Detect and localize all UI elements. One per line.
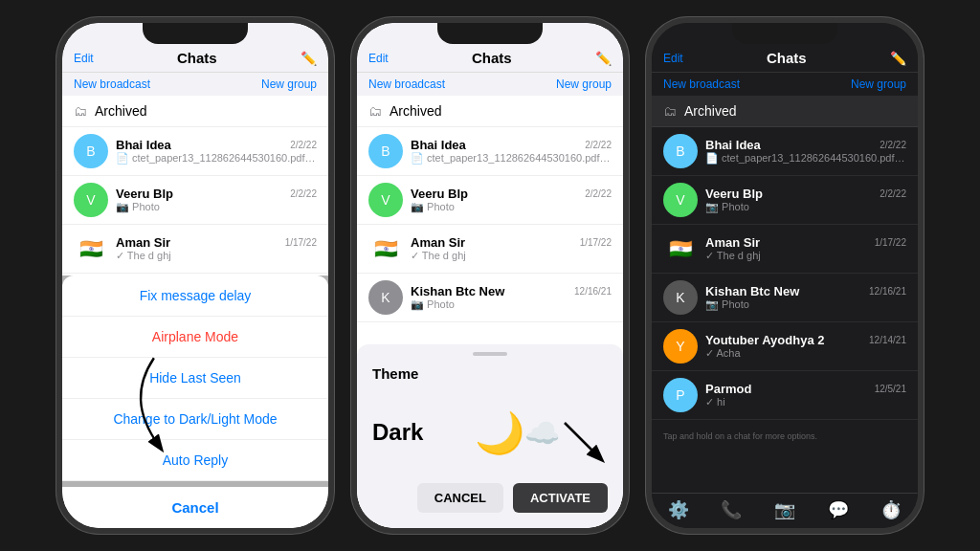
chat-item-3-2[interactable]: 🇮🇳 Aman Sir 1/17/22 ✓ The d ghj xyxy=(652,225,918,274)
action-dark-light-mode[interactable]: Change to Dark/Light Mode xyxy=(62,399,328,440)
chat-name-3-2: Aman Sir xyxy=(705,235,760,250)
avatar-2-2: 🇮🇳 xyxy=(368,231,403,266)
new-group-3[interactable]: New group xyxy=(851,77,906,91)
chat-item-1-0[interactable]: B Bhai Idea 2/2/22 📄 ctet_paper13_112862… xyxy=(62,127,328,176)
compose-icon-1[interactable]: ✏️ xyxy=(301,51,317,66)
edit-button-1[interactable]: Edit xyxy=(74,52,94,65)
phone-3: Edit Chats ✏️ New broadcast New group 🗂 … xyxy=(646,17,924,534)
action-hide-last-seen[interactable]: Hide Last Seen xyxy=(62,358,328,399)
chat-date-3-2: 1/17/22 xyxy=(875,237,906,248)
bottom-bar-3: ⚙️ 📞 📷 💬 ⏱️ xyxy=(652,493,918,528)
chat-name-1-0: Bhai Idea xyxy=(116,138,171,152)
archived-row-3[interactable]: 🗂 Archived xyxy=(652,96,918,127)
title-2: Chats xyxy=(389,50,595,66)
chat-info-3-3: Kishan Btc New 12/16/21 📷 Photo xyxy=(705,284,906,311)
archived-label-3: Archived xyxy=(684,103,736,119)
phone-3-screen: Edit Chats ✏️ New broadcast New group 🗂 … xyxy=(652,23,918,528)
chat-item-2-2[interactable]: 🇮🇳 Aman Sir 1/17/22 ✓ The d ghj xyxy=(357,225,623,274)
theme-content: Dark 🌙 ☁️ xyxy=(357,389,623,475)
new-group-1[interactable]: New group xyxy=(261,77,317,91)
theme-cancel-button[interactable]: CANCEL xyxy=(417,483,503,513)
chat-item-2-3[interactable]: K Kishan Btc New 12/16/21 📷 Photo xyxy=(357,274,623,322)
calls-icon[interactable]: 📞 xyxy=(721,499,742,520)
new-broadcast-3[interactable]: New broadcast xyxy=(663,77,740,91)
chat-name-2-3: Kishan Btc New xyxy=(411,284,504,298)
avatar-3-5: P xyxy=(663,378,698,412)
archived-label-1: Archived xyxy=(95,103,146,119)
chat-name-3-4: Youtuber Ayodhya 2 xyxy=(705,333,824,347)
chat-preview-2-2: ✓ The d ghj xyxy=(411,250,612,262)
chat-list-3: B Bhai Idea 2/2/22 📄 ctet_paper13_112862… xyxy=(652,127,918,528)
chat-preview-2-1: 📷 Photo xyxy=(411,201,612,213)
chat-info-3-4: Youtuber Ayodhya 2 12/14/21 ✓ Acha xyxy=(705,333,906,360)
archive-icon-2: 🗂 xyxy=(368,103,382,119)
archived-row-2[interactable]: 🗂 Archived xyxy=(357,96,623,127)
chat-date-2-2: 1/17/22 xyxy=(580,237,612,248)
edit-button-2[interactable]: Edit xyxy=(368,52,389,65)
new-broadcast-1[interactable]: New broadcast xyxy=(74,77,150,91)
status-icon[interactable]: ⏱️ xyxy=(880,499,902,520)
new-group-2[interactable]: New group xyxy=(556,77,612,91)
theme-label: Dark xyxy=(372,419,423,446)
chat-info-2-3: Kishan Btc New 12/16/21 📷 Photo xyxy=(411,284,612,311)
chat-item-1-2[interactable]: 🇮🇳 Aman Sir 1/17/22 ✓ The d ghj xyxy=(62,225,328,274)
action-sheet-1: Fix message delay Airplane Mode Hide Las… xyxy=(62,276,328,528)
chat-item-3-4[interactable]: Y Youtuber Ayodhya 2 12/14/21 ✓ Acha xyxy=(652,322,918,371)
chat-date-3-4: 12/14/21 xyxy=(869,335,906,345)
archived-label-2: Archived xyxy=(390,103,441,119)
archived-row-1[interactable]: 🗂 Archived xyxy=(62,96,328,127)
theme-dialog-handle: Theme Dark 🌙 ☁️ xyxy=(357,344,623,528)
chat-name-3-1: Veeru Blp xyxy=(705,187,763,201)
chat-item-3-3[interactable]: K Kishan Btc New 12/16/21 📷 Photo xyxy=(652,274,918,322)
footer-hint: Tap and hold on a chat for more options. xyxy=(652,420,918,449)
title-3: Chats xyxy=(683,50,890,66)
archive-icon-3: 🗂 xyxy=(663,103,677,119)
chat-preview-1-0: 📄 ctet_paper13_112862644530160.pdf (1 pa… xyxy=(116,152,317,165)
theme-activate-button[interactable]: ACTIVATE xyxy=(513,483,608,513)
chat-date-2-3: 12/16/21 xyxy=(574,286,612,297)
phone-2: Edit Chats ✏️ New broadcast New group 🗂 … xyxy=(351,17,629,534)
chat-item-3-5[interactable]: P Parmod 12/5/21 ✓ hi xyxy=(652,371,918,420)
action-sheet-content-1: Fix message delay Airplane Mode Hide Las… xyxy=(62,276,328,481)
chat-name-3-5: Parmod xyxy=(705,382,751,396)
chat-item-2-0[interactable]: B Bhai Idea 2/2/22 📄 ctet_paper13_112862… xyxy=(357,127,623,176)
subheader-3: New broadcast New group xyxy=(652,73,918,96)
chat-item-1-1[interactable]: V Veeru Blp 2/2/22 📷 Photo xyxy=(62,176,328,225)
avatar-2-3: K xyxy=(368,280,403,315)
chat-info-1-0: Bhai Idea 2/2/22 📄 ctet_paper13_11286264… xyxy=(116,138,317,165)
action-airplane-mode[interactable]: Airplane Mode xyxy=(62,317,328,358)
notch-2 xyxy=(437,23,543,44)
avatar-3-4: Y xyxy=(663,329,698,364)
edit-button-3[interactable]: Edit xyxy=(663,52,683,65)
notch-1 xyxy=(143,23,248,44)
chat-name-2-0: Bhai Idea xyxy=(411,138,466,152)
action-auto-reply[interactable]: Auto Reply xyxy=(62,440,328,481)
chat-name-2-2: Aman Sir xyxy=(411,235,465,250)
settings-icon[interactable]: ⚙️ xyxy=(668,499,689,520)
action-fix-message-delay[interactable]: Fix message delay xyxy=(62,276,328,317)
chat-info-2-2: Aman Sir 1/17/22 ✓ The d ghj xyxy=(411,235,612,262)
compose-icon-3[interactable]: ✏️ xyxy=(890,51,906,66)
chat-preview-3-3: 📷 Photo xyxy=(705,298,906,311)
chat-date-1-1: 2/2/22 xyxy=(290,188,317,199)
avatar-1-2: 🇮🇳 xyxy=(74,231,108,266)
chat-preview-1-1: 📷 Photo xyxy=(116,201,317,213)
chat-info-3-5: Parmod 12/5/21 ✓ hi xyxy=(705,382,906,408)
chat-date-3-3: 12/16/21 xyxy=(869,286,906,297)
chat-item-2-1[interactable]: V Veeru Blp 2/2/22 📷 Photo xyxy=(357,176,623,225)
chats-icon[interactable]: 💬 xyxy=(828,499,849,520)
new-broadcast-2[interactable]: New broadcast xyxy=(368,77,445,91)
chat-item-3-1[interactable]: V Veeru Blp 2/2/22 📷 Photo xyxy=(652,176,918,225)
avatar-1-0: B xyxy=(74,134,108,168)
archive-icon-1: 🗂 xyxy=(74,103,87,119)
compose-icon-2[interactable]: ✏️ xyxy=(595,51,612,66)
theme-icon-area: 🌙 ☁️ xyxy=(475,408,608,456)
chat-item-3-0[interactable]: B Bhai Idea 2/2/22 📄 ctet_paper13_112862… xyxy=(652,127,918,176)
camera-icon[interactable]: 📷 xyxy=(774,499,795,520)
chat-name-3-0: Bhai Idea xyxy=(705,138,761,152)
action-cancel-1[interactable]: Cancel xyxy=(62,487,328,528)
chat-date-2-1: 2/2/22 xyxy=(585,188,612,199)
chat-preview-3-0: 📄 ctet_paper13_112862644530160.pdf (1 pa… xyxy=(705,152,906,165)
chat-preview-3-4: ✓ Acha xyxy=(705,347,906,360)
chat-date-3-1: 2/2/22 xyxy=(880,188,906,199)
